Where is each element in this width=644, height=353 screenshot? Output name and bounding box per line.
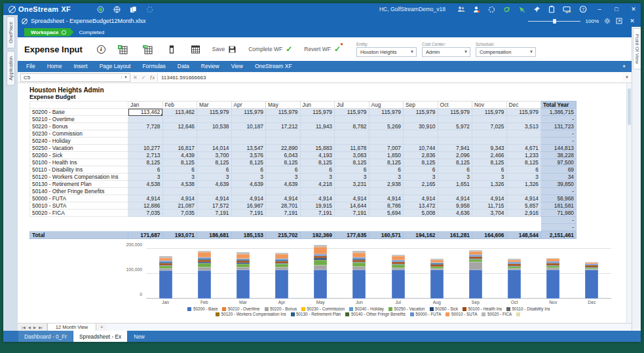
- cell[interactable]: 12,886: [128, 202, 163, 210]
- column-header[interactable]: Nov: [472, 102, 507, 109]
- total-cell[interactable]: 164,606: [472, 231, 507, 239]
- row-label[interactable]: 50240 - Holiday: [30, 138, 128, 145]
- cell[interactable]: 9,958: [438, 202, 472, 210]
- total-cell[interactable]: -: [541, 217, 577, 224]
- cell[interactable]: [266, 130, 301, 138]
- cell[interactable]: 115,979: [404, 109, 438, 116]
- cell[interactable]: 6: [128, 166, 163, 174]
- cell[interactable]: [404, 116, 438, 123]
- cell[interactable]: [472, 116, 507, 123]
- cell[interactable]: 7,007: [369, 145, 404, 152]
- revert-wf-button[interactable]: Revert WF ✓: [304, 45, 341, 54]
- column-header[interactable]: Jan: [128, 102, 163, 109]
- total-cell[interactable]: 177,635: [335, 231, 369, 239]
- cell[interactable]: 8,125: [438, 159, 472, 166]
- cell[interactable]: 7,191: [266, 210, 301, 217]
- total-cell[interactable]: -: [541, 138, 577, 145]
- cell[interactable]: 6: [300, 166, 335, 174]
- cell[interactable]: [231, 224, 266, 231]
- row-label[interactable]: 50260 - Sick: [30, 152, 128, 159]
- scrollbar-thumb[interactable]: [628, 88, 631, 125]
- cell[interactable]: [369, 217, 404, 224]
- row-label[interactable]: 50200 - Base: [30, 109, 128, 116]
- column-header[interactable]: Aug: [369, 102, 404, 109]
- cell[interactable]: [162, 188, 197, 195]
- formula-input[interactable]: 113461.591666663: [157, 73, 622, 82]
- total-cell[interactable]: 192,369: [300, 231, 335, 239]
- row-label[interactable]: 50220 - Bonus: [30, 123, 128, 130]
- row-label[interactable]: 50130 - Retirement Plan: [30, 181, 128, 188]
- cell[interactable]: 7,191: [335, 210, 369, 217]
- cell[interactable]: [128, 224, 163, 231]
- cell[interactable]: 8,786: [369, 202, 404, 210]
- cell[interactable]: 17,572: [197, 202, 232, 210]
- cell[interactable]: 8,125: [266, 159, 301, 166]
- cell[interactable]: 3: [438, 174, 472, 181]
- column-header[interactable]: Apr: [231, 102, 266, 109]
- next-sheet-icon[interactable]: ▶: [33, 325, 36, 329]
- cell[interactable]: 2,466: [472, 152, 507, 159]
- grand-total-cell[interactable]: 2,151,461: [541, 231, 577, 239]
- cell[interactable]: 2,165: [404, 181, 438, 188]
- minimize-button[interactable]: –: [595, 6, 604, 12]
- last-sheet-icon[interactable]: ▶|: [39, 325, 43, 329]
- cell[interactable]: 3,231: [335, 181, 369, 188]
- cell[interactable]: 4,914: [369, 195, 404, 202]
- cell[interactable]: 6: [506, 166, 541, 174]
- cell[interactable]: 5,269: [369, 123, 404, 130]
- ribbon-tab-home[interactable]: Home: [41, 61, 68, 72]
- user-icon[interactable]: [473, 6, 480, 13]
- cell[interactable]: [162, 130, 197, 138]
- bottom-tab-spreadsheet-ex[interactable]: Spreadsheet - Ex: [73, 331, 127, 342]
- popout-icon[interactable]: [616, 18, 622, 24]
- cell[interactable]: 115,979: [197, 109, 232, 116]
- total-cell[interactable]: 215,702: [266, 231, 301, 239]
- cell[interactable]: 8,125: [335, 159, 369, 166]
- cell[interactable]: 11,943: [300, 123, 335, 130]
- cancel-formula-icon[interactable]: ✕: [133, 75, 138, 81]
- cell[interactable]: 4,914: [438, 195, 472, 202]
- cell[interactable]: 10,187: [231, 123, 266, 130]
- cell[interactable]: [197, 217, 232, 224]
- row-label[interactable]: 50020 - FICA: [30, 210, 128, 217]
- cell[interactable]: 6: [335, 166, 369, 174]
- ribbon-tab-file[interactable]: File: [20, 61, 41, 72]
- cell[interactable]: 4,439: [162, 152, 197, 159]
- cell[interactable]: 1,233: [506, 152, 541, 159]
- total-year-header[interactable]: Total Year: [541, 102, 577, 109]
- schedule-dropdown[interactable]: Compensation▼: [476, 47, 536, 57]
- cell[interactable]: [472, 224, 507, 231]
- cell[interactable]: [404, 224, 438, 231]
- cell[interactable]: 4,914: [266, 195, 301, 202]
- cell[interactable]: [472, 130, 507, 138]
- row-label[interactable]: 50140 - Other Fringe Benefits: [30, 188, 128, 195]
- cell[interactable]: 13,472: [404, 202, 438, 210]
- cell[interactable]: 3,704: [472, 210, 507, 217]
- cell[interactable]: 8,125: [231, 159, 266, 166]
- document-close-icon[interactable]: ✕: [628, 18, 637, 24]
- cell[interactable]: [335, 224, 369, 231]
- cell[interactable]: 7,025: [472, 123, 507, 130]
- cell[interactable]: 4,914: [404, 195, 438, 202]
- cell[interactable]: [438, 130, 472, 138]
- cell[interactable]: [128, 116, 163, 123]
- users-icon[interactable]: [457, 6, 465, 13]
- cell[interactable]: 7,728: [128, 123, 163, 130]
- total-cell[interactable]: 194,162: [404, 231, 438, 239]
- total-cell[interactable]: 185,153: [231, 231, 266, 239]
- row-label[interactable]: 50120 - Workers Compensation Ins: [30, 174, 128, 181]
- total-cell[interactable]: 1,386,715: [541, 109, 577, 116]
- cell[interactable]: 8,125: [472, 159, 507, 166]
- cell[interactable]: 8,125: [162, 159, 197, 166]
- cell[interactable]: 115,979: [266, 109, 301, 116]
- total-cell[interactable]: 97,500: [541, 159, 577, 166]
- total-cell[interactable]: 186,681: [197, 231, 232, 239]
- close-button[interactable]: ✕: [629, 6, 638, 12]
- enter-formula-icon[interactable]: ✓: [142, 75, 146, 81]
- total-cell[interactable]: 131,723: [541, 123, 577, 130]
- cell[interactable]: 4,671: [506, 145, 541, 152]
- total-cell[interactable]: 148,544: [506, 231, 541, 239]
- cell[interactable]: 28,701: [266, 202, 301, 210]
- cell[interactable]: [266, 224, 301, 231]
- total-cell[interactable]: 39,850: [541, 181, 577, 188]
